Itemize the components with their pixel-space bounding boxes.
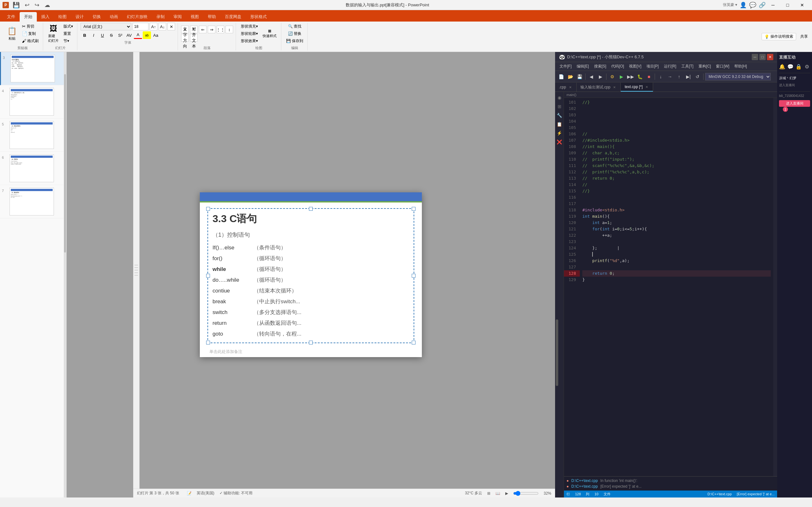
ide-menu-window[interactable]: 窗口[W] bbox=[713, 62, 732, 71]
decrease-font-button[interactable]: A↓ bbox=[159, 23, 166, 31]
help-search[interactable]: 💡 操作说明搜索 bbox=[762, 33, 796, 40]
ide-tab-io[interactable]: 输入输出测试.cpp ✕ bbox=[577, 83, 621, 92]
ide-step-over-button[interactable]: → bbox=[666, 72, 674, 81]
ide-open-button[interactable]: 📂 bbox=[566, 72, 574, 81]
tab-record[interactable]: 录制 bbox=[152, 12, 169, 21]
ide-debug-button[interactable]: 🐛 bbox=[636, 72, 644, 81]
bold-button[interactable]: B bbox=[81, 32, 89, 39]
notes-icon[interactable]: 📝 bbox=[187, 491, 192, 496]
ide-tab-cpp-close[interactable]: ✕ bbox=[568, 85, 572, 89]
tab-design[interactable]: 设计 bbox=[71, 12, 88, 21]
save-to-button[interactable]: 💾 保存到 bbox=[285, 38, 305, 44]
tab-transitions[interactable]: 切换 bbox=[88, 12, 105, 21]
ide-next-button[interactable]: ▶ bbox=[596, 72, 605, 81]
ide-save-button[interactable]: 💾 bbox=[575, 72, 583, 81]
minimize-button[interactable]: ─ bbox=[766, 0, 780, 10]
paste-button[interactable]: 📋 粘贴 bbox=[5, 25, 19, 42]
ide-menu-run[interactable]: 运行[R] bbox=[661, 62, 679, 71]
maximize-button[interactable]: □ bbox=[780, 0, 795, 10]
resize-handle-r[interactable] bbox=[412, 274, 415, 278]
slide-note[interactable]: 单击此处添加备注 bbox=[209, 349, 242, 354]
quick-styles-button[interactable]: ▦ 快速样式 bbox=[261, 27, 278, 40]
tab-draw[interactable]: 绘图 bbox=[54, 12, 71, 21]
resize-handle-tl[interactable] bbox=[206, 207, 210, 211]
slide-item-3[interactable]: 3 3.3 C语句 （1）控制语句 If()…else 条件语句 for() 循… bbox=[0, 52, 64, 85]
view-slideshow-icon[interactable]: ▶ bbox=[505, 491, 508, 496]
shape-outline-button[interactable]: 形状轮廓▾ bbox=[239, 31, 259, 37]
strikethrough-button[interactable]: S bbox=[107, 32, 115, 39]
ide-icon-2[interactable]: ⊞ bbox=[556, 103, 563, 110]
ide-menu-refactor[interactable]: 重构[C] bbox=[696, 62, 713, 71]
view-normal-icon[interactable]: ⊞ bbox=[487, 491, 490, 496]
increase-indent-button[interactable]: ⇒ bbox=[208, 26, 215, 33]
tab-slideshow[interactable]: 幻灯片放映 bbox=[122, 12, 152, 21]
slide-item-4[interactable]: 4 （2）函数调用语句（略） 函数名(参数表) printf("hello");… bbox=[0, 85, 64, 118]
char-spacing-button[interactable]: AV bbox=[125, 32, 133, 39]
columns-button[interactable]: ⋮⋮ bbox=[217, 26, 224, 33]
cut-button[interactable]: ✂ 剪切 bbox=[20, 23, 40, 30]
slide-text-box[interactable]: 3.3 C语句 （1）控制语句 If()…else （条件语句） for() （… bbox=[207, 208, 414, 343]
ide-compiler-select[interactable]: MinGW GCC 9.2.0 32-bit Debug bbox=[705, 73, 771, 80]
live-settings-icon[interactable]: ⚙ bbox=[804, 63, 810, 70]
underline-button[interactable]: U bbox=[98, 32, 107, 39]
font-color-button[interactable]: A bbox=[134, 32, 142, 39]
line-spacing-button[interactable]: ↕ bbox=[225, 26, 233, 33]
shape-effects-button[interactable]: 形状效果▾ bbox=[239, 38, 259, 44]
ide-minimize-button[interactable]: ─ bbox=[752, 54, 758, 60]
resize-handle-t[interactable] bbox=[309, 207, 313, 211]
tab-baidu[interactable]: 百度网盘 bbox=[220, 12, 246, 21]
save-button[interactable]: 💾 bbox=[11, 1, 21, 9]
view-reading-icon[interactable]: 📖 bbox=[496, 491, 500, 496]
change-case-button[interactable]: Aa bbox=[152, 32, 160, 39]
copy-button[interactable]: 📄 复制 bbox=[20, 31, 40, 37]
tab-file[interactable]: 文件 bbox=[3, 12, 20, 21]
highlight-button[interactable]: ab bbox=[143, 32, 151, 39]
slides-scroll-thumb[interactable] bbox=[64, 74, 66, 252]
ide-menu-view[interactable]: 视图[V] bbox=[626, 62, 644, 71]
ide-icon-4[interactable]: 📋 bbox=[556, 121, 563, 127]
ide-compile-button[interactable]: ⚙ bbox=[608, 72, 616, 81]
slide-item-7[interactable]: 7 （5）复合语句 {语句1; 语句2; ...} 复合语句在语法上等于一个 单… bbox=[0, 185, 64, 218]
font-family-select[interactable]: Arial (正文) bbox=[81, 23, 131, 31]
tab-review[interactable]: 审阅 bbox=[169, 12, 186, 21]
code-editor[interactable]: 101 102 103 104 105 106 107 108 109 110 … bbox=[564, 98, 777, 476]
new-slide-button[interactable]: 🖼 新建幻灯片 bbox=[46, 23, 61, 44]
ide-tab-text-close[interactable]: ✕ bbox=[645, 84, 649, 89]
tab-home[interactable]: 开始 bbox=[20, 12, 37, 21]
resize-handle-bl[interactable] bbox=[206, 341, 210, 344]
live-enter-button[interactable]: 进入直播间 bbox=[779, 100, 810, 107]
resize-handle-l[interactable] bbox=[206, 274, 210, 278]
ide-continue-button[interactable]: ▶| bbox=[684, 72, 693, 81]
decrease-indent-button[interactable]: ⇐ bbox=[199, 26, 206, 33]
resize-handle-br[interactable] bbox=[412, 341, 415, 344]
tab-insert[interactable]: 插入 bbox=[37, 12, 54, 21]
resize-handle-b[interactable] bbox=[309, 341, 313, 344]
redo-button[interactable]: ↪ bbox=[33, 1, 41, 9]
layout-button[interactable]: 版式▾ bbox=[62, 23, 74, 30]
align-text-button[interactable]: 对齐文本 bbox=[190, 34, 198, 42]
find-button[interactable]: 🔍 查找 bbox=[287, 23, 303, 30]
tab-shape-format[interactable]: 形状格式 bbox=[246, 12, 271, 21]
code-lines[interactable]: //} // //#include<stdio.h> //int main(){… bbox=[580, 98, 773, 476]
undo-button[interactable]: ↩ bbox=[23, 1, 32, 9]
share-ribbon-button[interactable]: 共享 bbox=[799, 33, 809, 40]
format-painter-button[interactable]: 🖌 格式刷 bbox=[20, 38, 40, 44]
slide-item-5[interactable]: 5 （3）表达式语句 表达式+分号 x=8; i++; a=b=c=0; bbox=[0, 118, 64, 152]
replace-button[interactable]: 🔄 替换 bbox=[287, 31, 303, 37]
ide-icon-6[interactable]: ❌ bbox=[556, 139, 563, 145]
ide-icon-5[interactable]: ⚡ bbox=[556, 130, 563, 136]
italic-button[interactable]: I bbox=[90, 32, 98, 39]
live-lock-icon[interactable]: 🔒 bbox=[796, 63, 802, 70]
ide-icon-1[interactable]: ◉ bbox=[556, 95, 563, 101]
text-direction-button[interactable]: 文字方向 bbox=[181, 34, 189, 42]
zoom-slider[interactable] bbox=[513, 491, 539, 496]
ide-reset-button[interactable]: ↺ bbox=[693, 72, 702, 81]
slides-scrollbar[interactable] bbox=[64, 52, 66, 498]
slide-canvas[interactable]: 3.3 C语句 （1）控制语句 If()…else （条件语句） for() （… bbox=[200, 192, 422, 357]
reset-button[interactable]: 重置 bbox=[62, 31, 74, 37]
ide-step-into-button[interactable]: ↓ bbox=[657, 72, 665, 81]
ide-stop-button[interactable]: ■ bbox=[645, 72, 653, 81]
ide-tab-cpp[interactable]: .cpp ✕ bbox=[555, 83, 577, 92]
shape-fill-button[interactable]: 形状填充▾ bbox=[239, 23, 259, 30]
ide-menu-search[interactable]: 搜索[S] bbox=[592, 62, 609, 71]
